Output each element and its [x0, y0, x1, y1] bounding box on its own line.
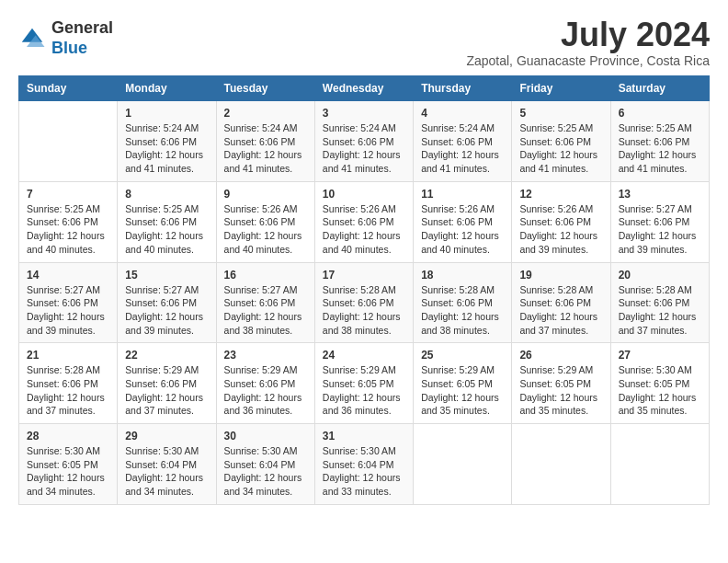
- day-number: 21: [27, 349, 109, 362]
- day-info: Sunrise: 5:28 AMSunset: 6:06 PMDaylight:…: [421, 283, 504, 338]
- calendar-cell: 28Sunrise: 5:30 AMSunset: 6:05 PMDayligh…: [19, 424, 118, 505]
- logo-blue-text: Blue: [51, 39, 87, 57]
- calendar-cell: 6Sunrise: 5:25 AMSunset: 6:06 PMDaylight…: [610, 101, 709, 182]
- calendar-cell: 22Sunrise: 5:29 AMSunset: 6:06 PMDayligh…: [118, 343, 216, 424]
- day-number: 9: [224, 188, 307, 201]
- calendar-cell: 5Sunrise: 5:25 AMSunset: 6:06 PMDaylight…: [512, 101, 610, 182]
- calendar-cell: 18Sunrise: 5:28 AMSunset: 6:06 PMDayligh…: [414, 262, 512, 343]
- day-info: Sunrise: 5:30 AMSunset: 6:04 PMDaylight:…: [323, 444, 405, 499]
- calendar-cell: 2Sunrise: 5:24 AMSunset: 6:06 PMDaylight…: [216, 101, 314, 182]
- day-number: 16: [224, 269, 307, 282]
- day-info: Sunrise: 5:28 AMSunset: 6:06 PMDaylight:…: [323, 283, 405, 338]
- day-info: Sunrise: 5:28 AMSunset: 6:06 PMDaylight:…: [27, 363, 109, 418]
- day-number: 15: [125, 269, 208, 282]
- day-info: Sunrise: 5:24 AMSunset: 6:06 PMDaylight:…: [323, 121, 405, 176]
- header-row: SundayMondayTuesdayWednesdayThursdayFrid…: [19, 76, 710, 101]
- day-info: Sunrise: 5:25 AMSunset: 6:06 PMDaylight:…: [125, 202, 208, 257]
- calendar-cell: 26Sunrise: 5:29 AMSunset: 6:05 PMDayligh…: [512, 343, 610, 424]
- calendar-cell: 1Sunrise: 5:24 AMSunset: 6:06 PMDaylight…: [118, 101, 216, 182]
- calendar-cell: 12Sunrise: 5:26 AMSunset: 6:06 PMDayligh…: [512, 181, 610, 262]
- day-info: Sunrise: 5:26 AMSunset: 6:06 PMDaylight:…: [224, 202, 307, 257]
- logo-icon: [18, 25, 46, 52]
- day-info: Sunrise: 5:30 AMSunset: 6:05 PMDaylight:…: [619, 363, 701, 418]
- day-number: 14: [27, 269, 109, 282]
- day-info: Sunrise: 5:27 AMSunset: 6:06 PMDaylight:…: [619, 202, 701, 257]
- day-info: Sunrise: 5:28 AMSunset: 6:06 PMDaylight:…: [619, 283, 701, 338]
- calendar-cell: 15Sunrise: 5:27 AMSunset: 6:06 PMDayligh…: [118, 262, 216, 343]
- header-day-thursday: Thursday: [414, 76, 512, 101]
- day-info: Sunrise: 5:24 AMSunset: 6:06 PMDaylight:…: [421, 121, 504, 176]
- day-number: 22: [125, 349, 208, 362]
- calendar-cell: [610, 424, 709, 505]
- day-number: 2: [224, 107, 307, 120]
- calendar-body: 1Sunrise: 5:24 AMSunset: 6:06 PMDaylight…: [19, 101, 710, 505]
- day-info: Sunrise: 5:30 AMSunset: 6:04 PMDaylight:…: [125, 444, 208, 499]
- day-number: 13: [619, 188, 701, 201]
- calendar-table: SundayMondayTuesdayWednesdayThursdayFrid…: [18, 75, 710, 505]
- day-info: Sunrise: 5:26 AMSunset: 6:06 PMDaylight:…: [519, 202, 602, 257]
- title-block: July 2024 Zapotal, Guanacaste Province, …: [466, 18, 710, 68]
- calendar-cell: 25Sunrise: 5:29 AMSunset: 6:05 PMDayligh…: [414, 343, 512, 424]
- day-info: Sunrise: 5:24 AMSunset: 6:06 PMDaylight:…: [125, 121, 208, 176]
- week-row-2: 7Sunrise: 5:25 AMSunset: 6:06 PMDaylight…: [19, 181, 710, 262]
- calendar-cell: 31Sunrise: 5:30 AMSunset: 6:04 PMDayligh…: [314, 424, 413, 505]
- day-info: Sunrise: 5:28 AMSunset: 6:06 PMDaylight:…: [519, 283, 602, 338]
- day-number: 23: [224, 349, 307, 362]
- day-number: 31: [323, 430, 405, 442]
- day-number: 27: [619, 349, 701, 362]
- day-number: 10: [323, 188, 405, 201]
- week-row-4: 21Sunrise: 5:28 AMSunset: 6:06 PMDayligh…: [19, 343, 710, 424]
- day-info: Sunrise: 5:26 AMSunset: 6:06 PMDaylight:…: [323, 202, 405, 257]
- day-info: Sunrise: 5:25 AMSunset: 6:06 PMDaylight:…: [27, 202, 109, 257]
- day-number: 1: [125, 107, 208, 120]
- day-number: 17: [323, 269, 405, 282]
- calendar-cell: 30Sunrise: 5:30 AMSunset: 6:04 PMDayligh…: [216, 424, 314, 505]
- week-row-1: 1Sunrise: 5:24 AMSunset: 6:06 PMDaylight…: [19, 101, 710, 182]
- week-row-3: 14Sunrise: 5:27 AMSunset: 6:06 PMDayligh…: [19, 262, 710, 343]
- day-number: 5: [519, 107, 602, 120]
- logo-general-text: General: [51, 18, 113, 37]
- day-number: 19: [519, 269, 602, 282]
- day-info: Sunrise: 5:29 AMSunset: 6:05 PMDaylight:…: [323, 363, 405, 418]
- calendar-cell: 21Sunrise: 5:28 AMSunset: 6:06 PMDayligh…: [19, 343, 118, 424]
- calendar-cell: 13Sunrise: 5:27 AMSunset: 6:06 PMDayligh…: [610, 181, 709, 262]
- day-number: 25: [421, 349, 504, 362]
- calendar-cell: 8Sunrise: 5:25 AMSunset: 6:06 PMDaylight…: [118, 181, 216, 262]
- calendar-cell: 3Sunrise: 5:24 AMSunset: 6:06 PMDaylight…: [314, 101, 413, 182]
- day-number: 3: [323, 107, 405, 120]
- header-day-tuesday: Tuesday: [216, 76, 314, 101]
- day-info: Sunrise: 5:25 AMSunset: 6:06 PMDaylight:…: [519, 121, 602, 176]
- day-number: 6: [619, 107, 701, 120]
- day-info: Sunrise: 5:26 AMSunset: 6:06 PMDaylight:…: [421, 202, 504, 257]
- day-info: Sunrise: 5:27 AMSunset: 6:06 PMDaylight:…: [27, 283, 109, 338]
- calendar-cell: [414, 424, 512, 505]
- header-day-wednesday: Wednesday: [314, 76, 413, 101]
- day-info: Sunrise: 5:29 AMSunset: 6:06 PMDaylight:…: [224, 363, 307, 418]
- calendar-cell: [19, 101, 118, 182]
- calendar-cell: 27Sunrise: 5:30 AMSunset: 6:05 PMDayligh…: [610, 343, 709, 424]
- day-info: Sunrise: 5:30 AMSunset: 6:04 PMDaylight:…: [224, 444, 307, 499]
- day-number: 11: [421, 188, 504, 201]
- calendar-cell: 29Sunrise: 5:30 AMSunset: 6:04 PMDayligh…: [118, 424, 216, 505]
- calendar-cell: 14Sunrise: 5:27 AMSunset: 6:06 PMDayligh…: [19, 262, 118, 343]
- day-number: 4: [421, 107, 504, 120]
- day-number: 28: [27, 430, 109, 442]
- day-number: 26: [519, 349, 602, 362]
- day-info: Sunrise: 5:29 AMSunset: 6:05 PMDaylight:…: [421, 363, 504, 418]
- calendar-cell: 10Sunrise: 5:26 AMSunset: 6:06 PMDayligh…: [314, 181, 413, 262]
- day-info: Sunrise: 5:25 AMSunset: 6:06 PMDaylight:…: [619, 121, 701, 176]
- day-number: 7: [27, 188, 109, 201]
- day-number: 20: [619, 269, 701, 282]
- day-info: Sunrise: 5:30 AMSunset: 6:05 PMDaylight:…: [27, 444, 109, 499]
- day-info: Sunrise: 5:29 AMSunset: 6:06 PMDaylight:…: [125, 363, 208, 418]
- day-info: Sunrise: 5:27 AMSunset: 6:06 PMDaylight:…: [224, 283, 307, 338]
- calendar-cell: 23Sunrise: 5:29 AMSunset: 6:06 PMDayligh…: [216, 343, 314, 424]
- header-day-saturday: Saturday: [610, 76, 709, 101]
- calendar-cell: 7Sunrise: 5:25 AMSunset: 6:06 PMDaylight…: [19, 181, 118, 262]
- day-info: Sunrise: 5:27 AMSunset: 6:06 PMDaylight:…: [125, 283, 208, 338]
- day-number: 30: [224, 430, 307, 442]
- day-number: 24: [323, 349, 405, 362]
- calendar-cell: 17Sunrise: 5:28 AMSunset: 6:06 PMDayligh…: [314, 262, 413, 343]
- calendar-cell: 24Sunrise: 5:29 AMSunset: 6:05 PMDayligh…: [314, 343, 413, 424]
- subtitle: Zapotal, Guanacaste Province, Costa Rica: [466, 53, 710, 68]
